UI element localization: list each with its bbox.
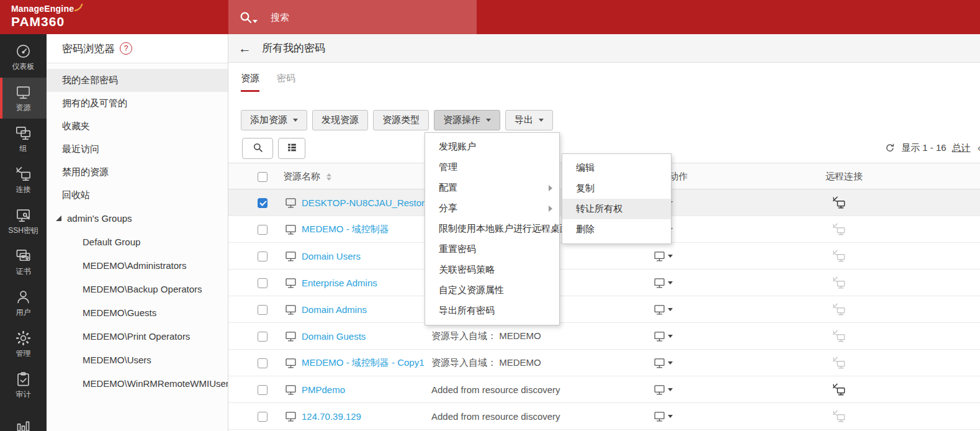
row-actions-dropdown[interactable] [653,410,673,423]
remote-connect-icon[interactable] [832,409,846,424]
rail-item-admin[interactable]: 管理 [0,324,47,365]
row-checkbox[interactable] [258,252,267,261]
table-row[interactable]: 124.70.39.129 Added from resource discov… [228,403,980,430]
prev-page-icon[interactable]: ‹ [978,141,980,155]
sidebar-item[interactable]: 最近访问 [47,138,228,161]
sidebar-item[interactable]: 禁用的资源 [47,161,228,184]
row-checkbox[interactable] [258,358,267,368]
menu-item[interactable]: 分享 [425,198,559,219]
row-actions-dropdown[interactable] [653,356,673,370]
remote-connect-icon[interactable] [832,356,846,370]
rail-item-ssh-keys[interactable]: SSH密钥 [0,201,47,242]
remote-connect-icon[interactable] [832,196,846,210]
remote-connect-icon[interactable] [832,249,846,263]
submenu-item[interactable]: 转让所有权 [562,199,671,219]
row-actions-dropdown[interactable] [653,383,673,396]
rail-item-reports[interactable] [0,406,47,431]
resource-name-link[interactable]: Enterprise Admins [302,278,377,288]
menu-item[interactable]: 配置 [425,178,559,198]
group-expander-icon[interactable] [56,216,61,221]
row-checkbox[interactable] [258,305,267,315]
toolbar-button[interactable]: 资源操作 [434,110,500,130]
row-actions-dropdown[interactable] [653,250,673,263]
resource-name-link[interactable]: MEDEMO - 域控制器 - Copy1 [302,357,425,369]
resource-name-link[interactable]: 124.70.39.129 [302,411,361,422]
toolbar-button[interactable]: 导出 [505,110,553,130]
search-scope-caret-icon[interactable] [253,20,258,23]
sidebar-group-child[interactable]: MEDEMO\Guests [47,301,228,324]
row-checkbox[interactable] [258,278,267,288]
help-icon[interactable]: ? [120,42,132,55]
menu-item[interactable]: 自定义资源属性 [425,280,559,301]
table-row[interactable]: Enterprise Admins 资源导入自域： MEDEMO [228,270,980,296]
toolbar-button[interactable]: 资源类型 [373,110,429,130]
menu-item[interactable]: 导出所有密码 [425,301,559,321]
total-link[interactable]: 总计 [952,142,971,154]
resource-name-link[interactable]: DESKTOP-NU8CJAU_Restore 1 [302,197,438,208]
rail-item-resources[interactable]: 资源 [0,78,47,119]
row-checkbox[interactable] [258,332,267,342]
sidebar-item[interactable]: 回收站 [47,184,228,207]
menu-item[interactable]: 管理 [425,157,559,178]
refresh-icon[interactable] [884,142,896,153]
menu-item[interactable]: 关联密码策略 [425,260,559,280]
pam360-logo[interactable]: ManageEngine PAM360 [11,4,83,29]
row-checkbox[interactable] [258,412,267,422]
toolbar-button[interactable]: 添加资源 [241,110,307,130]
sidebar-group-child[interactable]: MEDEMO\WinRMRemoteWMIUser [47,371,228,395]
sidebar-item[interactable]: 收藏夹 [47,115,228,138]
rail-item-certificates[interactable]: 证书 [0,242,47,283]
table-row[interactable]: Domain Admins 资源导入自域： MEDEMO [228,296,980,323]
resource-name-link[interactable]: MEDEMO - 域控制器 [302,224,389,235]
table-search-button[interactable] [242,138,273,159]
table-row[interactable]: Domain Users 资源导入自域： MEDEMO [228,243,980,270]
resource-name-link[interactable]: Domain Guests [302,331,366,342]
rail-item-users[interactable]: 用户 [0,283,47,324]
tab-密码[interactable]: 密码 [277,73,295,92]
remote-connect-icon[interactable] [832,329,846,343]
sidebar-group-child[interactable]: MEDEMO\Backup Operators [47,277,228,301]
global-search-bar[interactable] [228,0,477,34]
sidebar-group-child[interactable]: MEDEMO\Administrators [47,253,228,277]
row-checkbox[interactable] [258,225,267,235]
menu-item[interactable]: 发现账户 [425,137,559,157]
submenu-item[interactable]: 复制 [562,178,671,199]
remote-connect-icon[interactable] [832,302,846,317]
submenu-item[interactable]: 删除 [562,219,671,240]
rail-item-connections[interactable]: 连接 [0,160,47,201]
tab-资源[interactable]: 资源 [241,73,259,92]
remote-connect-icon[interactable] [832,383,846,397]
sidebar-group-child[interactable]: MEDEMO\Users [47,348,228,371]
column-chooser-button[interactable] [278,138,305,159]
sidebar-item[interactable]: 我的全部密码 [47,69,228,92]
sort-icon[interactable] [326,173,331,181]
resource-name-link[interactable]: Domain Users [302,251,361,261]
rail-item-audit[interactable]: 审计 [0,365,47,406]
submenu-item[interactable]: 编辑 [562,158,671,178]
search-icon[interactable] [238,10,253,25]
menu-item[interactable]: 重置密码 [425,239,559,260]
resource-name-link[interactable]: Domain Admins [302,304,367,315]
select-all-checkbox[interactable] [258,172,267,182]
resource-name-link[interactable]: PMPdemo [302,384,345,395]
rail-item-dashboard[interactable]: 仪表板 [0,37,47,78]
remote-connect-icon[interactable] [832,276,846,290]
row-actions-dropdown[interactable] [653,303,673,316]
remote-connect-icon[interactable] [832,222,846,237]
back-arrow-icon[interactable]: ← [238,42,251,55]
menu-item[interactable]: 限制使用本地账户进行远程桌面 [425,219,559,239]
sidebar-item[interactable]: 拥有的及可管的 [47,92,228,115]
sidebar-group-child[interactable]: MEDEMO\Print Operators [47,324,228,348]
column-header-name[interactable]: 资源名称 [283,163,331,190]
row-actions-dropdown[interactable] [653,330,673,343]
sidebar-group-child[interactable]: Default Group [47,230,228,253]
table-row[interactable]: Domain Guests 资源导入自域： MEDEMO [228,323,980,350]
rail-item-groups[interactable]: 组 [0,119,47,160]
table-row[interactable]: PMPdemo Added from resource discovery [228,376,980,403]
row-checkbox[interactable] [258,198,267,208]
row-checkbox[interactable] [258,385,267,395]
search-input[interactable] [269,11,458,23]
toolbar-button[interactable]: 发现资源 [312,110,368,130]
table-row[interactable]: MEDEMO - 域控制器 - Copy1 资源导入自域： MEDEMO [228,350,980,376]
row-actions-dropdown[interactable] [653,276,673,289]
